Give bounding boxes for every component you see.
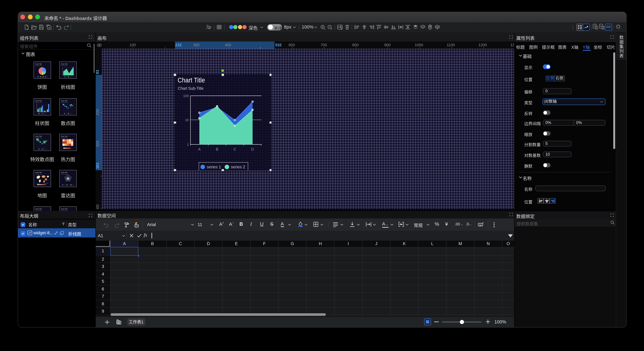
svg-text:文: 文 (602, 27, 604, 29)
svg-text:Chart Sub-Title: Chart Sub-Title (35, 137, 42, 138)
svg-text:D: D (251, 147, 254, 151)
svg-text:1400000000: 1400000000 (43, 183, 48, 184)
svg-text:10: 10 (185, 118, 189, 122)
svg-text:Chart Title: Chart Title (61, 100, 68, 102)
svg-text:Chart Title: Chart Title (35, 135, 42, 137)
svg-text:En: En (596, 27, 598, 29)
svg-text:Chart Sub-Title: Chart Sub-Title (178, 86, 204, 91)
svg-text:Chart Title: Chart Title (61, 135, 68, 137)
svg-text:Chart Title: Chart Title (178, 76, 205, 84)
svg-text:100: 100 (183, 94, 189, 98)
svg-text:Chart Sub-Title: Chart Sub-Title (61, 137, 68, 138)
svg-text:Chart Title: Chart Title (35, 63, 42, 65)
svg-text:A: A (198, 147, 200, 151)
svg-text:Chart Title: Chart Title (35, 172, 42, 173)
svg-text:Chart Sub-Title: Chart Sub-Title (35, 65, 42, 66)
svg-text:Chart Sub-Title: Chart Sub-Title (61, 174, 68, 175)
svg-text:Chart Title: Chart Title (61, 172, 68, 173)
svg-text:Chart Title: Chart Title (35, 100, 42, 102)
svg-text:series 1: series 1 (207, 165, 221, 169)
svg-text:series 2: series 2 (231, 165, 245, 169)
svg-text:4750000: 4750000 (36, 183, 40, 184)
svg-text:Chart Sub-Title: Chart Sub-Title (61, 102, 68, 103)
svg-text:Chart Title: Chart Title (61, 63, 68, 65)
svg-text:B: B (216, 147, 218, 151)
svg-text:Chart Title: Chart Title (35, 208, 42, 210)
svg-text:Chart Sub-Title: Chart Sub-Title (35, 102, 42, 103)
svg-text:1: 1 (187, 143, 189, 147)
svg-text:Chart Sub-Title: Chart Sub-Title (61, 65, 68, 66)
svg-text:C: C (234, 147, 236, 151)
svg-text:Chart Title: Chart Title (61, 208, 68, 210)
svg-text:Chart Sub-Title: Chart Sub-Title (35, 174, 42, 175)
